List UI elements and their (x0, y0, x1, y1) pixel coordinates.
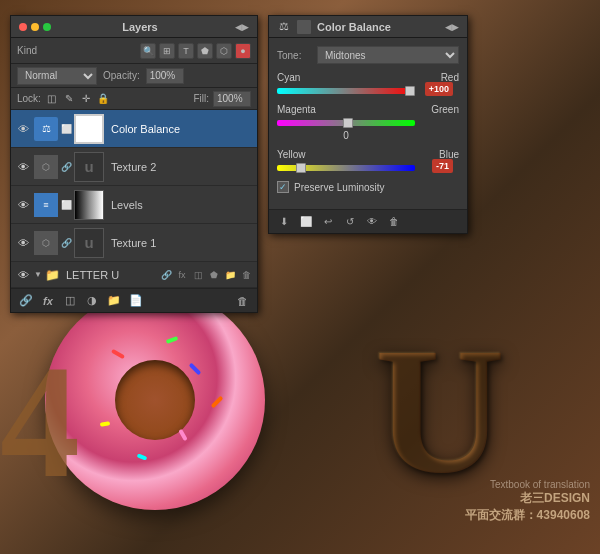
tone-row: Tone: Midtones Shadows Highlights (277, 46, 459, 64)
lock-transparent-icon[interactable]: ◫ (45, 92, 59, 106)
layer-visibility-texture2[interactable]: 👁 (15, 159, 31, 175)
properties-panel-arrows[interactable]: ◀▶ (445, 22, 459, 32)
layer-link-texture1[interactable]: 🔗 (61, 238, 71, 248)
layers-panel-header: Layers ◀▶ (11, 16, 257, 38)
lock-position-icon[interactable]: ✛ (79, 92, 93, 106)
folder-shape-icon[interactable]: ⬟ (207, 268, 221, 282)
close-button[interactable] (19, 23, 27, 31)
folder-delete-icon[interactable]: 🗑 (239, 268, 253, 282)
fill-label: Fill: (193, 93, 209, 104)
new-fill-button[interactable]: ◑ (83, 292, 101, 310)
layer-name-levels: Levels (107, 199, 253, 211)
magenta-green-track (277, 118, 415, 128)
cyan-red-track (277, 86, 415, 96)
yellow-blue-slider-row: Yellow Blue -71 (277, 149, 459, 173)
layer-name-texture1: Texture 1 (107, 237, 253, 249)
maximize-button[interactable] (43, 23, 51, 31)
layer-thumb-texture1: u (74, 228, 104, 258)
layer-folder-letter-u[interactable]: 👁 ▼ 📁 LETTER U 🔗 fx ◫ ⬟ 📁 🗑 (11, 262, 257, 288)
blend-bar: Normal Opacity: 100% (11, 64, 257, 88)
folder-link-icon[interactable]: 🔗 (159, 268, 173, 282)
props-prev-button[interactable]: ↩ (319, 213, 337, 231)
layer-visibility-texture1[interactable]: 👁 (15, 235, 31, 251)
props-copy-button[interactable]: ⬇ (275, 213, 293, 231)
layer-icon-levels: ≡ (34, 193, 58, 217)
opacity-value[interactable]: 100% (146, 68, 184, 84)
link-layers-button[interactable]: 🔗 (17, 292, 35, 310)
layer-row-color-balance[interactable]: 👁 ⚖ ⬜ Color Balance (11, 110, 257, 148)
props-clip-button[interactable]: ⬜ (297, 213, 315, 231)
layer-mask-button[interactable]: ◫ (61, 292, 79, 310)
lock-bar: Lock: ◫ ✎ ✛ 🔒 Fill: 100% (11, 88, 257, 110)
watermark-line1: Textbook of translation (465, 479, 590, 490)
cyan-red-value: +100 (425, 82, 453, 96)
tone-label: Tone: (277, 50, 311, 61)
layer-icon-color-balance: ⚖ (34, 117, 58, 141)
layer-icon-texture2: ⬡ (34, 155, 58, 179)
folder-mask-icon[interactable]: ◫ (191, 268, 205, 282)
folder-fx-icon[interactable]: fx (175, 268, 189, 282)
blend-mode-select[interactable]: Normal (17, 67, 97, 85)
folder-name: LETTER U (63, 269, 119, 281)
layer-folder-visibility[interactable]: 👁 (15, 267, 31, 283)
yellow-blue-slider-container: -71 (277, 163, 415, 173)
folder-add-icon[interactable]: 📁 (223, 268, 237, 282)
layer-row-texture1[interactable]: 👁 ⬡ 🔗 u Texture 1 (11, 224, 257, 262)
props-reset-button[interactable]: ↺ (341, 213, 359, 231)
layer-link-color-balance[interactable]: ⬜ (61, 124, 71, 134)
layers-panel: Layers ◀▶ Kind 🔍 ⊞ T ⬟ ⬡ ● Normal Opacit… (10, 15, 258, 313)
yellow-blue-thumb[interactable] (296, 163, 306, 173)
layers-toolbar: 🔗 fx ◫ ◑ 📁 📄 🗑 (11, 288, 257, 312)
filter-type-icon[interactable]: T (178, 43, 194, 59)
yellow-blue-value: -71 (432, 159, 453, 173)
minimize-button[interactable] (31, 23, 39, 31)
layers-list: 👁 ⚖ ⬜ Color Balance 👁 ⬡ 🔗 u Texture 2 👁 … (11, 110, 257, 288)
filter-color-icon[interactable]: ● (235, 43, 251, 59)
filter-bar: Kind 🔍 ⊞ T ⬟ ⬡ ● (11, 38, 257, 64)
layer-visibility-levels[interactable]: 👁 (15, 197, 31, 213)
new-layer-button[interactable]: 📄 (127, 292, 145, 310)
filter-icons: 🔍 ⊞ T ⬟ ⬡ ● (41, 43, 251, 59)
magenta-label: Magenta (277, 104, 316, 115)
lock-paint-icon[interactable]: ✎ (62, 92, 76, 106)
delete-layer-button[interactable]: 🗑 (233, 292, 251, 310)
magenta-green-value: 0 (277, 130, 415, 141)
filter-shape-icon[interactable]: ⬟ (197, 43, 213, 59)
preserve-luminosity-checkbox[interactable]: ✓ (277, 181, 289, 193)
new-group-button[interactable]: 📁 (105, 292, 123, 310)
tone-select[interactable]: Midtones Shadows Highlights (317, 46, 459, 64)
cyan-red-slider-container: +100 (277, 86, 415, 96)
fill-value[interactable]: 100% (213, 91, 251, 107)
panel-collapse-arrows[interactable]: ◀▶ (235, 22, 249, 32)
layer-fx-button[interactable]: fx (39, 292, 57, 310)
layer-row-texture2[interactable]: 👁 ⬡ 🔗 u Texture 2 (11, 148, 257, 186)
watermark-line2: 老三DESIGN 平面交流群：43940608 (465, 490, 590, 524)
layer-icon-texture1: ⬡ (34, 231, 58, 255)
magenta-green-slider-row: Magenta Green 0 (277, 104, 459, 141)
layer-link-levels[interactable]: ⬜ (61, 200, 71, 210)
layer-visibility-color-balance[interactable]: 👁 (15, 121, 31, 137)
props-delete-button[interactable]: 🗑 (385, 213, 403, 231)
properties-panel-title: Color Balance (317, 21, 391, 33)
layer-thumb-texture2: u (74, 152, 104, 182)
yellow-label: Yellow (277, 149, 306, 160)
layer-link-texture2[interactable]: 🔗 (61, 162, 71, 172)
cyan-red-fill (277, 88, 415, 94)
folder-icon: 📁 (45, 268, 60, 282)
cyan-red-thumb[interactable] (405, 86, 415, 96)
filter-pixel-icon[interactable]: 🔍 (140, 43, 156, 59)
magenta-green-thumb[interactable] (343, 118, 353, 128)
layer-row-levels[interactable]: 👁 ≡ ⬜ Levels (11, 186, 257, 224)
lock-icons: ◫ ✎ ✛ 🔒 (45, 92, 110, 106)
filter-smart-icon[interactable]: ⬡ (216, 43, 232, 59)
opacity-label: Opacity: (103, 70, 140, 81)
properties-toolbar: ⬇ ⬜ ↩ ↺ 👁 🗑 (269, 209, 467, 233)
folder-actions: 🔗 fx ◫ ⬟ 📁 🗑 (159, 268, 253, 282)
magenta-green-labels: Magenta Green (277, 104, 459, 115)
lock-all-icon[interactable]: 🔒 (96, 92, 110, 106)
watermark: Textbook of translation 老三DESIGN 平面交流群：4… (465, 479, 590, 524)
layer-name-texture2: Texture 2 (107, 161, 253, 173)
filter-adjustment-icon[interactable]: ⊞ (159, 43, 175, 59)
properties-icon2 (297, 20, 311, 34)
props-visibility-button[interactable]: 👁 (363, 213, 381, 231)
